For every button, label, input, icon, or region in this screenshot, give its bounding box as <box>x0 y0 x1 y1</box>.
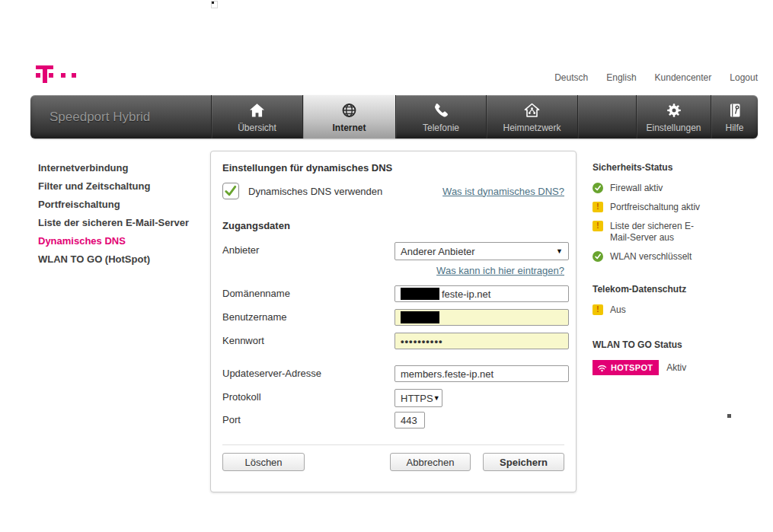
home-network-icon <box>523 100 541 120</box>
tab-uebersicht[interactable]: Übersicht <box>211 95 302 139</box>
ddns-enable-checkbox[interactable] <box>222 183 239 199</box>
protocol-select[interactable]: HTTPS ▼ <box>394 389 442 407</box>
port-label: Port <box>222 414 241 425</box>
status-item-portfreischaltung: ! Portfreischaltung aktiv <box>593 202 707 213</box>
kundencenter-link[interactable]: Kundencenter <box>655 72 712 83</box>
anbieter-selected-value: Anderer Anbieter <box>401 246 475 257</box>
brand-label: Speedport Hybrid <box>50 95 150 139</box>
checkmark-icon <box>223 183 238 199</box>
logo-dot <box>36 73 40 78</box>
tab-telefonie[interactable]: Telefonie <box>395 95 486 139</box>
status-column: Sicherheits-Status Firewall aktiv ! Port… <box>593 162 756 375</box>
status-item-firewall: Firewall aktiv <box>593 183 707 194</box>
tab-hilfe[interactable]: Hilfe <box>711 95 758 139</box>
warning-icon: ! <box>593 221 603 231</box>
main-navbar: Speedport Hybrid Übersicht Internet <box>30 95 758 139</box>
help-book-icon <box>727 100 743 120</box>
status-item-email-liste: ! Liste der sicheren E-Mail-Server aus <box>593 221 707 244</box>
panel-divider <box>222 444 564 445</box>
language-link-english[interactable]: English <box>606 72 636 83</box>
cancel-button[interactable]: Abbrechen <box>390 453 471 471</box>
port-row: Port 443 <box>222 412 564 428</box>
redaction-box <box>401 288 439 300</box>
ok-icon <box>593 251 603 262</box>
ddns-enable-row: Dynamisches DNS verwenden Was ist dynami… <box>222 183 564 199</box>
sidebar-item-internetverbindung[interactable]: Internetverbindung <box>38 159 189 177</box>
security-status-title: Sicherheits-Status <box>593 162 756 173</box>
domain-value: feste-ip.net <box>442 288 490 300</box>
password-input[interactable]: •••••••••• <box>394 333 569 349</box>
hotspot-badge-label: HOTSPOT <box>611 363 653 372</box>
password-row: Kennwort •••••••••• <box>222 333 564 349</box>
tab-label: Einstellungen <box>646 123 701 133</box>
tab-internet[interactable]: Internet <box>302 95 395 139</box>
navbar-spacer <box>577 95 636 139</box>
broken-image-artifact <box>211 1 218 8</box>
domain-input[interactable]: feste-ip.net <box>394 285 569 302</box>
password-value: •••••••••• <box>401 336 443 347</box>
hint-link-row: Was kann ich hier eintragen? <box>222 263 564 276</box>
status-label: Liste der sicheren E-Mail-Server aus <box>610 221 707 244</box>
logo-dot <box>61 73 65 78</box>
tab-label: Hilfe <box>725 123 743 133</box>
wlan-to-go-status-row: HOTSPOT Aktiv <box>593 360 756 375</box>
ok-icon <box>593 183 603 193</box>
ddns-settings-panel: Einstellungen für dynamisches DNS Dynami… <box>210 151 577 492</box>
password-label: Kennwort <box>222 335 264 346</box>
status-item-wlan: WLAN verschlüsselt <box>593 251 707 263</box>
save-button[interactable]: Speichern <box>483 453 564 471</box>
updateserver-label: Updateserver-Adresse <box>222 368 321 379</box>
tab-label: Telefonie <box>423 123 459 133</box>
tab-label: Übersicht <box>238 123 276 133</box>
wifi-icon <box>597 364 607 372</box>
phone-icon <box>433 100 449 120</box>
username-label: Benutzername <box>222 311 287 323</box>
what-is-ddns-link[interactable]: Was ist dynamisches DNS? <box>442 186 564 197</box>
wlan-to-go-title: WLAN TO GO Status <box>593 339 756 350</box>
protocol-label: Protokoll <box>222 391 261 403</box>
status-label: Aus <box>610 304 626 316</box>
anbieter-select[interactable]: Anderer Anbieter ▼ <box>394 242 569 260</box>
wlan-to-go-state: Aktiv <box>666 362 686 373</box>
nav-tabs: Übersicht Internet Telefonie <box>211 95 758 139</box>
port-input[interactable]: 443 <box>394 412 425 428</box>
protocol-row: Protokoll HTTPS ▼ <box>222 389 564 407</box>
language-link-deutsch[interactable]: Deutsch <box>554 72 588 83</box>
globe-icon <box>340 100 358 120</box>
updateserver-row: Updateserver-Adresse members.feste-ip.ne… <box>222 365 564 382</box>
delete-button[interactable]: Löschen <box>222 453 305 471</box>
domain-label: Domänenname <box>222 288 290 299</box>
home-icon <box>248 100 266 120</box>
broken-image-artifact <box>727 414 731 418</box>
sidebar-item-email-server-liste[interactable]: Liste der sicheren E-Mail-Server <box>38 214 189 232</box>
sidebar-item-dynamisches-dns[interactable]: Dynamisches DNS <box>38 232 189 250</box>
username-row: Benutzername <box>222 309 564 326</box>
warning-icon: ! <box>593 202 603 212</box>
tab-heimnetzwerk[interactable]: Heimnetzwerk <box>486 95 577 139</box>
status-label: Firewall aktiv <box>610 183 663 194</box>
sidebar-item-filter-zeitschaltung[interactable]: Filter und Zeitschaltung <box>38 177 189 196</box>
logo-dot <box>49 73 53 78</box>
sidebar-item-portfreischaltung[interactable]: Portfreischaltung <box>38 196 189 214</box>
sidebar-item-wlan-to-go[interactable]: WLAN TO GO (HotSpot) <box>38 250 189 269</box>
logo-shape <box>43 65 47 83</box>
username-input[interactable] <box>394 309 569 326</box>
telekom-logo <box>34 65 88 85</box>
updateserver-input[interactable]: members.feste-ip.net <box>394 365 569 382</box>
tab-label: Heimnetzwerk <box>503 123 561 133</box>
updateserver-value: members.feste-ip.net <box>401 368 494 380</box>
status-label: WLAN verschlüsselt <box>610 251 692 263</box>
tab-einstellungen[interactable]: Einstellungen <box>636 95 711 139</box>
logout-link[interactable]: Logout <box>730 72 758 83</box>
ddns-enable-label: Dynamisches DNS verwenden <box>248 186 382 197</box>
status-item-datenschutz: ! Aus <box>593 304 707 316</box>
warning-icon: ! <box>593 304 603 315</box>
redaction-box <box>401 311 439 323</box>
panel-title: Einstellungen für dynamisches DNS <box>222 162 564 174</box>
logo-dot <box>72 73 76 78</box>
what-can-i-enter-link[interactable]: Was kann ich hier eintragen? <box>436 265 564 276</box>
anbieter-label: Anbieter <box>222 244 259 256</box>
tab-label: Internet <box>332 123 366 133</box>
port-value: 443 <box>401 415 417 426</box>
gear-icon <box>666 100 682 120</box>
